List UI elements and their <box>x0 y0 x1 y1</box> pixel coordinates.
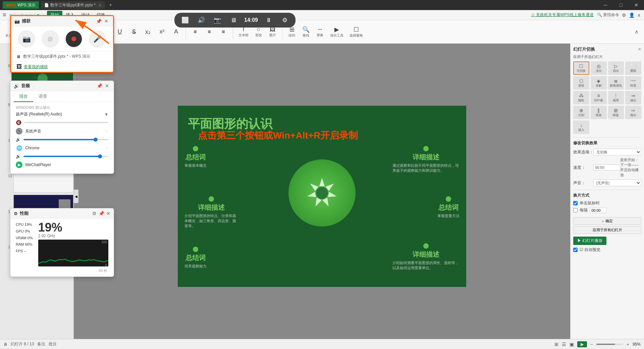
apply-current-btn[interactable]: ⬦ 确定 <box>573 217 641 225</box>
rec-screen-btn[interactable]: ⬜ <box>180 15 191 26</box>
ribbon-align-left[interactable]: ≡ <box>189 28 202 36</box>
capture-hide-btn[interactable]: ⊘ <box>42 31 59 47</box>
minimize-btn[interactable]: ─ <box>598 0 613 10</box>
file-tab[interactable]: 📄 数学三年级ppt课件.pptx * ⚠ <box>41 1 105 9</box>
transition-fade[interactable]: ◎ 淡出 <box>591 61 607 75</box>
ribbon-collapse-btn[interactable]: ∧ <box>632 29 641 35</box>
ribbon-underline[interactable]: U <box>113 27 126 36</box>
ribbon-find[interactable]: 🔍 查找 <box>299 25 313 39</box>
ribbon-align-right[interactable]: ≡ <box>217 28 230 36</box>
transition-split[interactable]: ⊕ 分割 <box>573 106 589 119</box>
top-icon-1[interactable]: ⚙ <box>622 12 626 18</box>
capture-close-btn[interactable]: ✕ <box>103 18 110 24</box>
transition-shape[interactable]: ⬡ 形状 <box>573 76 589 90</box>
every-checkbox[interactable] <box>573 208 578 212</box>
statusbar-note-btn[interactable]: 备注 <box>37 341 45 347</box>
system-vol-slider[interactable] <box>23 139 108 140</box>
transition-cut[interactable]: ▷ 切出 <box>608 61 624 75</box>
ribbon-superscript[interactable]: x² <box>155 27 169 36</box>
view-outline-btn[interactable]: ☰ <box>562 342 566 347</box>
rec-screen2-btn[interactable]: 🖥 <box>228 15 239 26</box>
ribbon-strikethrough[interactable]: S̶ <box>127 27 141 37</box>
single-click-checkbox[interactable] <box>573 201 578 205</box>
transition-comb[interactable]: ⋮ 梳理 <box>608 91 624 104</box>
transition-insert[interactable]: ↓ 插入 <box>573 120 589 134</box>
zoom-increase-btn[interactable]: + <box>627 342 629 347</box>
audio-device-arrow[interactable]: ▼ <box>104 112 108 117</box>
transition-erase[interactable]: ⬜ 擦除 <box>625 61 641 75</box>
left-collapse-btn[interactable]: ◀ <box>74 190 78 203</box>
chrome-fav[interactable]: ☆ <box>105 146 108 150</box>
speed-input[interactable] <box>593 164 620 170</box>
every-time-input[interactable] <box>590 208 606 213</box>
wps-tab[interactable]: WPS WPS 演示 <box>3 1 39 9</box>
audio-mute-track[interactable] <box>24 122 108 123</box>
audio-tab-mix[interactable]: 混合 <box>14 91 33 102</box>
system-sound-fav[interactable]: ☆ <box>105 129 108 134</box>
capture-view-link[interactable]: 🖼 查看我的捕获 <box>11 61 113 72</box>
capture-mic-btn[interactable]: 🎤 <box>89 31 106 47</box>
audio-close-btn[interactable]: ✕ <box>104 83 110 89</box>
capture-screenshot-btn[interactable]: 📷 <box>18 31 35 47</box>
auto-preview-checkbox[interactable] <box>573 248 578 252</box>
govt-link[interactable]: ☆ 党政机关专属WPS线上服务通道 <box>531 12 594 18</box>
top-icon-3[interactable]: ∧ <box>637 12 641 18</box>
play-slideshow-btn[interactable]: ▶ <box>577 341 587 347</box>
top-icon-2[interactable]: 👤 <box>629 12 635 18</box>
perf-pin-icon[interactable]: 📌 <box>99 211 104 216</box>
sound-select[interactable]: [无声音] <box>593 180 641 186</box>
rec-pause-btn[interactable]: ⏸ <box>263 15 274 26</box>
align-center-icon: ≡ <box>208 29 211 35</box>
mute-icon[interactable]: 🔇 <box>16 120 21 125</box>
transition-news[interactable]: ≣ 新闻报纸 <box>608 76 624 90</box>
rec-audio-btn[interactable]: 🔊 <box>196 15 207 26</box>
transition-blinds[interactable]: ≡ 百叶窗 <box>591 91 607 104</box>
transition-none[interactable]: ☐ 无切换 <box>573 61 589 75</box>
rec-camera-btn[interactable]: 📷 <box>212 15 223 26</box>
effect-options-select[interactable]: 无切换 <box>593 149 641 155</box>
tab-close-icon[interactable]: ⚠ <box>98 3 102 7</box>
transition-lines[interactable]: ∥ 线条 <box>591 106 607 119</box>
transition-reveal[interactable]: ◈ 溶解 <box>591 76 607 90</box>
zoom-decrease-btn[interactable]: − <box>590 342 593 347</box>
new-tab-btn[interactable]: + <box>107 2 114 8</box>
ribbon-subscript[interactable]: x₂ <box>141 27 155 37</box>
maximize-btn[interactable]: □ <box>613 0 629 10</box>
transition-pull[interactable]: ⇒ 抽出 <box>625 91 641 104</box>
search-cmd-btn[interactable]: 🔍 查找命令 <box>597 12 619 18</box>
play-btn[interactable]: ▶ 幻灯片播放 <box>573 237 606 245</box>
zoom-slider[interactable] <box>596 344 623 345</box>
transition-random[interactable]: ⁂ 随机 <box>573 91 589 104</box>
statusbar-comment-btn[interactable]: 批注 <box>49 341 57 347</box>
transition-push[interactable]: ⇨ 推出 <box>625 106 641 119</box>
system-vol-icon: 🔊 <box>16 137 21 142</box>
transition-snake[interactable]: 〰 蛇形 <box>625 76 641 90</box>
ribbon-align-center[interactable]: ≡ <box>203 28 216 36</box>
rec-settings-btn[interactable]: ⚙ <box>279 15 290 26</box>
vram-stat: VRAM 0% <box>16 235 33 242</box>
right-panel-collapse[interactable]: ✕ <box>638 47 641 52</box>
hamburger-menu[interactable]: ≡ <box>3 11 6 18</box>
cpu-value: 19% <box>24 222 32 227</box>
view-normal-btn[interactable]: ⊞ <box>554 342 558 347</box>
view-slide-btn[interactable]: ▣ <box>570 342 574 347</box>
capture-record-btn[interactable] <box>65 31 82 47</box>
ribbon-replace[interactable]: ↔ 替换 <box>313 25 327 39</box>
audio-pin-btn[interactable]: 📌 <box>95 83 104 89</box>
perf-settings-icon[interactable]: ⚙ <box>92 211 97 216</box>
rec-time-display: 14:09 <box>244 17 258 23</box>
transition-checker[interactable]: ⊞ 棋盘 <box>608 106 624 119</box>
zoom-value[interactable]: 95% <box>633 342 641 347</box>
perf-close-icon[interactable]: ✕ <box>106 211 110 216</box>
audio-tab-voice[interactable]: 语音 <box>33 91 53 102</box>
capture-view-text[interactable]: 查看我的捕获 <box>24 64 48 70</box>
system-sound-row: 🔊 系统声音 ☆ <box>16 128 108 135</box>
chrome-vol-slider[interactable] <box>23 156 108 157</box>
close-btn[interactable]: ✕ <box>629 0 644 10</box>
chrome-section: 🌐 Chrome ☆ 🔊 <box>16 145 108 159</box>
ribbon-present-tools[interactable]: ▶ 演示工具 <box>327 25 346 39</box>
ribbon-shadow[interactable]: A <box>169 27 183 36</box>
ribbon-select-pane[interactable]: ☐ 选择窗格 <box>347 25 366 39</box>
apply-all-btn[interactable]: 应用于所有幻灯片 <box>573 226 641 234</box>
capture-pin-btn[interactable]: 📌 <box>95 18 103 24</box>
